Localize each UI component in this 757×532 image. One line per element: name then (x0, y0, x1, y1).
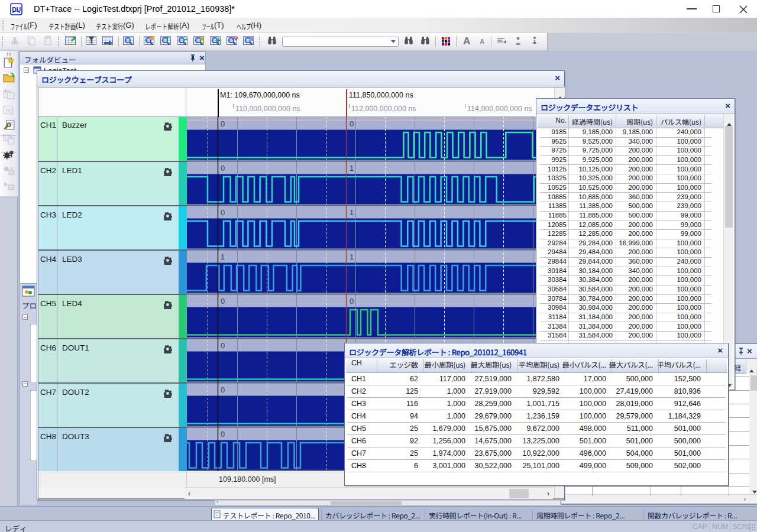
svg-text:1: 1 (221, 252, 225, 261)
svg-text:1: 1 (350, 208, 354, 217)
svg-text:1: 1 (350, 252, 354, 261)
svg-text:0: 0 (221, 341, 225, 350)
svg-text:0: 0 (221, 385, 225, 394)
svg-text:TP: TP (5, 108, 11, 113)
svg-text:1: 1 (350, 164, 354, 173)
svg-text:0: 0 (221, 164, 225, 173)
svg-text:0: 0 (350, 119, 354, 128)
svg-text:0: 0 (221, 119, 225, 128)
svg-text:0: 0 (221, 297, 225, 306)
svg-text:0: 0 (221, 430, 225, 439)
svg-text:0: 0 (221, 208, 225, 217)
svg-text:0: 0 (350, 297, 354, 306)
